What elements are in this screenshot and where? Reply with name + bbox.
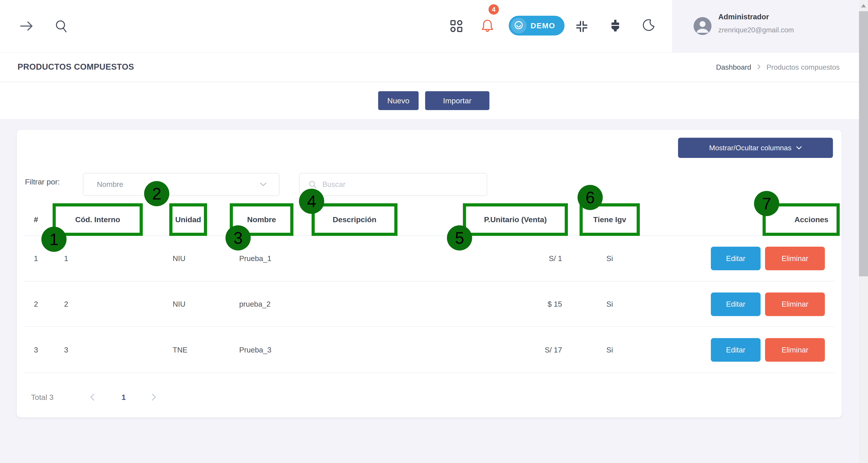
row-actions: Editar Eliminar <box>711 282 825 327</box>
user-email: zrenrique20@gmail.com <box>718 26 794 34</box>
col-header-descripcion: Descripción <box>312 203 398 236</box>
row-actions: Editar Eliminar <box>711 235 825 282</box>
breadcrumb: Dashboard Productos compuestos <box>716 63 840 71</box>
dark-mode-moon-icon[interactable] <box>642 19 655 33</box>
new-button[interactable]: Nuevo <box>378 91 418 110</box>
row-index: 2 <box>26 282 46 327</box>
smiley-icon <box>511 18 527 33</box>
row-unidad: TNE <box>173 327 187 373</box>
row-precio: S/ 1 <box>489 235 562 282</box>
row-tiene-igv: Si <box>580 282 640 327</box>
annotation-badge-7: 7 <box>754 191 779 216</box>
search-input[interactable] <box>322 180 480 189</box>
annotation-badge-5: 5 <box>447 225 472 251</box>
breadcrumb-dashboard-link[interactable]: Dashboard <box>716 63 751 71</box>
edit-button[interactable]: Editar <box>711 293 761 316</box>
row-actions: Editar Eliminar <box>711 327 825 373</box>
col-header-codigo-interno: Cód. Interno <box>53 203 143 236</box>
filter-by-label: Filtrar por: <box>25 177 60 186</box>
search-icon <box>308 180 317 189</box>
row-codigo: 2 <box>64 282 68 327</box>
products-card: Mostrar/Ocultar columnas Filtrar por: No… <box>17 130 842 418</box>
annotation-badge-6: 6 <box>578 185 603 210</box>
pagination-next-icon[interactable] <box>146 388 162 406</box>
edit-button[interactable]: Editar <box>711 338 761 362</box>
scrollbar-up-arrow-icon[interactable] <box>861 4 866 7</box>
import-button[interactable]: Importar <box>425 91 489 110</box>
col-header-precio-unitario: P.Unitario (Venta) <box>463 203 568 236</box>
search-box <box>299 173 487 196</box>
row-unidad: NIU <box>173 235 185 282</box>
delete-button[interactable]: Eliminar <box>765 338 825 362</box>
toggle-columns-button[interactable]: Mostrar/Ocultar columnas <box>678 138 833 158</box>
demo-label: DEMO <box>531 21 555 30</box>
notifications-bell-icon[interactable] <box>480 19 494 33</box>
fullscreen-compress-icon[interactable] <box>576 20 588 34</box>
user-avatar-icon <box>693 17 712 35</box>
theme-brush-icon[interactable] <box>609 19 622 33</box>
user-menu[interactable]: Administrador zrenrique20@gmail.com <box>672 0 859 52</box>
pagination-total: Total 3 <box>31 388 54 406</box>
filter-selected-value: Nombre <box>97 180 123 189</box>
titlebar: PRODUCTOS COMPUESTOS Dashboard Productos… <box>0 52 859 82</box>
notification-count-badge: 4 <box>487 3 500 16</box>
pagination-prev-icon[interactable] <box>84 388 100 406</box>
scrollbar-thumb[interactable] <box>859 11 868 276</box>
user-name: Administrador <box>718 12 769 21</box>
chevron-down-icon <box>260 183 267 187</box>
sidebar-toggle-arrow-icon[interactable] <box>20 20 35 33</box>
delete-button[interactable]: Eliminar <box>765 247 825 270</box>
col-header-unidad: Unidad <box>169 203 207 236</box>
edit-button[interactable]: Editar <box>711 247 761 270</box>
chevron-right-icon <box>757 63 761 71</box>
row-nombre: Prueba_3 <box>239 327 271 373</box>
annotation-badge-4: 4 <box>299 189 324 214</box>
annotation-badge-1: 1 <box>41 227 66 252</box>
screen: 4 DEMO Adminis <box>0 0 868 463</box>
row-tiene-igv: Si <box>580 235 640 282</box>
chevron-down-icon <box>796 146 802 150</box>
vertical-scrollbar[interactable] <box>859 0 868 463</box>
col-header-index: # <box>26 203 46 236</box>
row-precio: $ 15 <box>489 282 562 327</box>
table-row: 2 2 NIU prueba_2 $ 15 Si Editar Eliminar <box>17 282 842 327</box>
row-nombre: prueba_2 <box>239 282 271 327</box>
delete-button[interactable]: Eliminar <box>765 293 825 316</box>
row-codigo: 3 <box>64 327 68 373</box>
page-title: PRODUCTOS COMPUESTOS <box>18 62 134 72</box>
row-index: 3 <box>26 327 46 373</box>
table-row: 3 3 TNE Prueba_3 S/ 17 Si Editar Elimina… <box>17 327 842 373</box>
table-row: 1 1 NIU Prueba_1 S/ 1 Si Editar Eliminar <box>17 235 842 282</box>
annotation-badge-3: 3 <box>225 225 251 251</box>
row-precio: S/ 17 <box>489 327 562 373</box>
search-icon[interactable] <box>55 19 68 34</box>
row-tiene-igv: Si <box>580 327 640 373</box>
demo-account-pill[interactable]: DEMO <box>509 16 564 35</box>
topbar: 4 DEMO Adminis <box>0 0 859 52</box>
action-row: Nuevo Importar <box>0 82 859 119</box>
annotation-badge-2: 2 <box>144 181 169 206</box>
row-unidad: NIU <box>173 282 185 327</box>
pagination-page-1[interactable]: 1 <box>116 388 131 406</box>
toggle-columns-label: Mostrar/Ocultar columnas <box>709 144 791 152</box>
content-area: Mostrar/Ocultar columnas Filtrar por: No… <box>0 119 859 463</box>
apps-grid-icon[interactable] <box>450 20 463 33</box>
breadcrumb-current: Productos compuestos <box>767 63 840 71</box>
filter-field-select[interactable]: Nombre <box>83 173 279 196</box>
